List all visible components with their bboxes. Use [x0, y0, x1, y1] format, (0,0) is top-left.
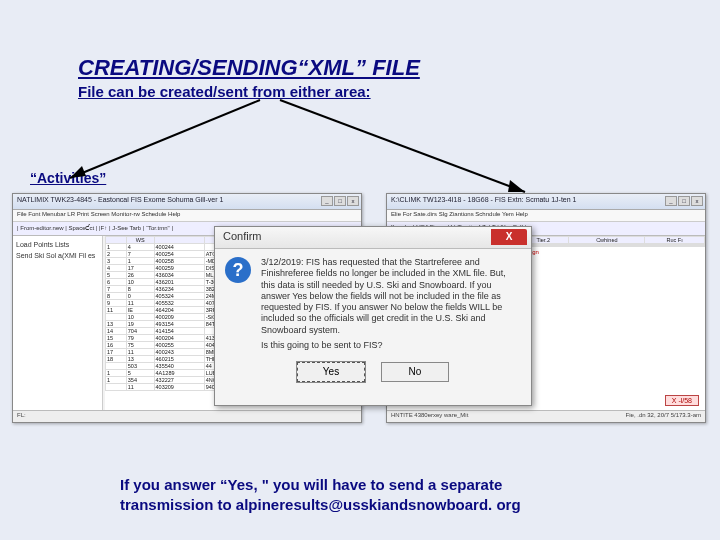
svg-marker-3	[508, 180, 525, 192]
window-title: K:\CLIMK TW123-4I18 - 18G68 - FIS Extn: …	[391, 196, 576, 203]
sidebar-item-send-xml[interactable]: Send Ski Sol a(XMI Fil es	[16, 250, 99, 261]
svg-line-2	[280, 100, 525, 192]
footer-email: alpineresults@usskiandsnowboard. org	[236, 496, 521, 513]
maximize-button[interactable]: □	[334, 196, 346, 206]
window-title: NATLIMIX TWK23-4845 - Eastoncal FIS Exom…	[17, 196, 223, 203]
confirm-dialog: Confirm X ? 3/12/2019: FIS has requested…	[214, 226, 532, 406]
slide-title: CREATING/SENDING“XML” FILE	[78, 55, 420, 81]
status-bar: HNTITE 4380erxey ware_Mit Fie, .dn 32, 2…	[387, 410, 705, 422]
svg-line-0	[70, 100, 260, 178]
svg-marker-1	[70, 166, 86, 178]
minimize-button[interactable]: _	[665, 196, 677, 206]
sidebar-item-load-points[interactable]: Load Points Lists	[16, 239, 99, 250]
status-bar: FL:	[13, 410, 361, 422]
arrow-right	[280, 100, 560, 200]
dialog-body-text: 3/12/2019: FIS has requested that the St…	[261, 257, 521, 336]
window-titlebar: K:\CLIMK TW123-4I18 - 18G68 - FIS Extn: …	[387, 194, 705, 210]
minimize-button[interactable]: _	[321, 196, 333, 206]
window-titlebar: NATLIMIX TWK23-4845 - Eastoncal FIS Exom…	[13, 194, 361, 210]
close-button[interactable]: x	[691, 196, 703, 206]
footer-line1: If you answer “Yes, " you will have to s…	[120, 476, 502, 493]
arrow-left	[60, 100, 260, 190]
dialog-close-button[interactable]: X	[491, 229, 527, 245]
status-right: Fie, .dn 32, 20/7 5/173.3-am	[626, 412, 701, 418]
window-menubar[interactable]: File Font Menubar LR Print Screen Monito…	[13, 210, 361, 222]
footer-text: If you answer “Yes, " you will have to s…	[120, 475, 680, 514]
close-exit-button[interactable]: X -l/58	[665, 395, 699, 406]
yes-button[interactable]: Yes	[297, 362, 365, 382]
question-icon: ?	[225, 257, 251, 283]
no-button[interactable]: No	[381, 362, 449, 382]
dialog-titlebar: Confirm X	[215, 227, 531, 249]
close-button[interactable]: x	[347, 196, 359, 206]
status-left: HNTITE 4380erxey ware_Mit	[391, 412, 468, 418]
sidebar-activities: Load Points Lists Send Ski Sol a(XMI Fil…	[13, 236, 103, 410]
maximize-button[interactable]: □	[678, 196, 690, 206]
dialog-question: Is this going to be sent to FIS?	[215, 340, 531, 356]
dialog-title: Confirm	[223, 230, 262, 242]
window-menubar[interactable]: Elie For Sate.dirs SIg Ziantions Schndul…	[387, 210, 705, 222]
slide-subtitle: File can be created/sent from either are…	[78, 83, 371, 100]
footer-line2a: transmission to	[120, 496, 236, 513]
